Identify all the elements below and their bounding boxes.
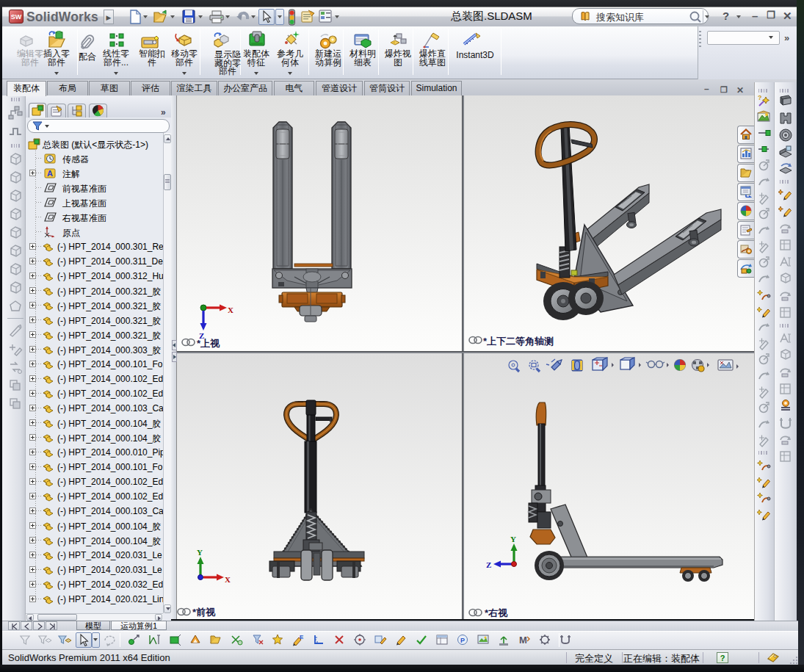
- svg-text:Z: Z: [486, 560, 491, 569]
- svg-text:E: E: [300, 634, 304, 640]
- svg-text:A: A: [47, 169, 53, 178]
- svg-text:X: X: [225, 575, 231, 584]
- svg-text:M: M: [519, 635, 527, 646]
- svg-text:?: ?: [758, 94, 762, 101]
- svg-text:Y: Y: [510, 535, 516, 543]
- svg-text:P: P: [460, 637, 465, 644]
- svg-text:X: X: [228, 306, 233, 314]
- svg-text:Y: Y: [197, 548, 203, 557]
